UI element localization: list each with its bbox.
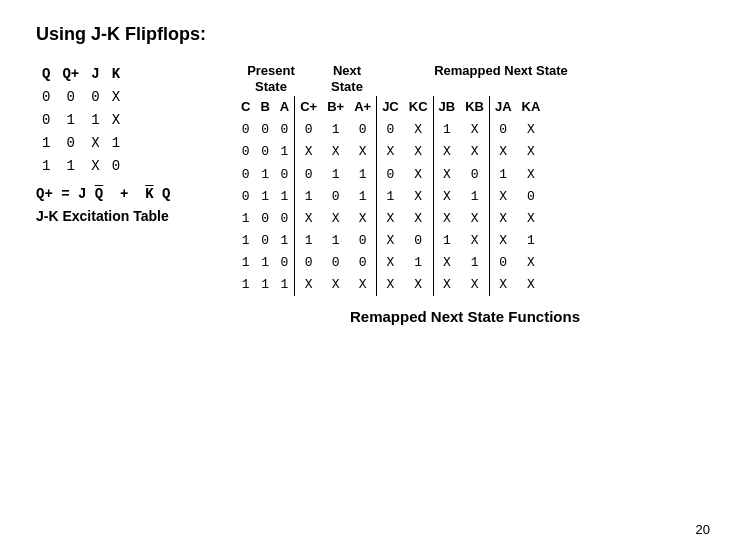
excitation-label: J-K Excitation Table [36,208,196,224]
table-cell: 0 [255,141,274,163]
main-table-subheader: CBAC+B+A+JCKCJBKBJAKA [236,96,545,119]
jk-table-cell: 1 [36,155,56,178]
table-cell: 1 [236,274,255,296]
jk-col-qplus: Q+ [56,63,85,86]
table-cell: 0 [377,119,404,141]
table-cell: X [322,208,349,230]
jk-equation: Q+ = J Q + K Q [36,186,196,202]
table-cell: X [460,141,489,163]
table-cell: 0 [460,164,489,186]
main-col-header-jb: JB [433,96,460,119]
table-cell: X [489,141,516,163]
header-next-state: NextState [308,63,386,94]
table-cell: X [517,141,546,163]
table-cell: X [404,208,433,230]
main-col-header-b: B [255,96,274,119]
jk-table-cell: 1 [85,109,105,132]
main-col-header-jc: JC [377,96,404,119]
main-col-header-ka: KA [517,96,546,119]
table-cell: 1 [236,252,255,274]
table-cell: X [404,274,433,296]
main-col-header-aplus: A+ [349,96,376,119]
table-cell: X [404,164,433,186]
table-cell: 0 [255,119,274,141]
table-cell: X [517,164,546,186]
table-row: 001XXXXXXXXX [236,141,545,163]
table-cell: X [404,141,433,163]
table-cell: 0 [517,186,546,208]
header-present-state: PresentState [238,63,304,94]
jk-table-cell: 0 [106,155,126,178]
table-cell: X [349,141,376,163]
table-cell: X [460,230,489,252]
table-cell: 0 [489,119,516,141]
main-col-header-a: A [275,96,295,119]
main-col-header-kc: KC [404,96,433,119]
jk-table-cell: X [106,86,126,109]
table-cell: 0 [349,230,376,252]
table-cell: X [404,186,433,208]
jk-table-cell: X [106,109,126,132]
table-cell: 1 [236,230,255,252]
table-cell: X [377,230,404,252]
table-cell: X [517,274,546,296]
table-row: 0111011XX1X0 [236,186,545,208]
table-cell: X [295,208,322,230]
table-cell: 1 [255,252,274,274]
jk-table-cell: 0 [85,86,105,109]
main-col-header-bplus: B+ [322,96,349,119]
table-cell: 0 [255,208,274,230]
table-cell: X [349,274,376,296]
main-col-header-kb: KB [460,96,489,119]
left-section: Q Q+ J K 000X011X10X111X0 Q+ = J Q + K Q… [36,63,196,224]
table-cell: 1 [322,119,349,141]
table-cell: 1 [295,186,322,208]
jk-table-header: Q Q+ J K [36,63,126,86]
table-cell: X [517,208,546,230]
table-cell: X [489,186,516,208]
table-cell: X [349,208,376,230]
table-cell: 1 [295,230,322,252]
table-cell: X [322,274,349,296]
table-row: 101110X01XX1 [236,230,545,252]
table-cell: X [517,252,546,274]
table-cell: 0 [489,252,516,274]
table-cell: 1 [349,186,376,208]
jk-table-cell: 0 [36,86,56,109]
table-cell: X [460,274,489,296]
page-title: Using J-K Flipflops: [36,24,694,45]
table-cell: 0 [349,119,376,141]
table-cell: 0 [275,164,295,186]
table-cell: X [377,274,404,296]
table-cell: 1 [460,252,489,274]
table-cell: 1 [322,164,349,186]
table-cell: 0 [236,164,255,186]
jk-table-cell: 1 [56,155,85,178]
jk-col-j: J [85,63,105,86]
table-cell: 1 [517,230,546,252]
table-cell: X [295,274,322,296]
table-row: 0100110XX01X [236,164,545,186]
table-cell: 1 [377,186,404,208]
table-cell: 0 [236,119,255,141]
table-cell: 1 [433,230,460,252]
table-cell: 1 [433,119,460,141]
table-cell: X [489,208,516,230]
jk-table-cell: X [85,132,105,155]
table-cell: 0 [275,252,295,274]
overline-k: K [145,186,153,202]
jk-table-cell: 0 [56,132,85,155]
table-cell: X [489,230,516,252]
table-cell: X [489,274,516,296]
table-row: 111XXXXXXXXX [236,274,545,296]
table-cell: 1 [255,164,274,186]
jk-table-row: 11X0 [36,155,126,178]
table-cell: 0 [236,186,255,208]
table-cell: X [433,141,460,163]
table-cell: 1 [275,186,295,208]
table-row: 100XXXXXXXXX [236,208,545,230]
remapped-functions-label: Remapped Next State Functions [236,308,694,325]
table-cell: X [377,141,404,163]
table-cell: 0 [295,164,322,186]
table-cell: 0 [255,230,274,252]
